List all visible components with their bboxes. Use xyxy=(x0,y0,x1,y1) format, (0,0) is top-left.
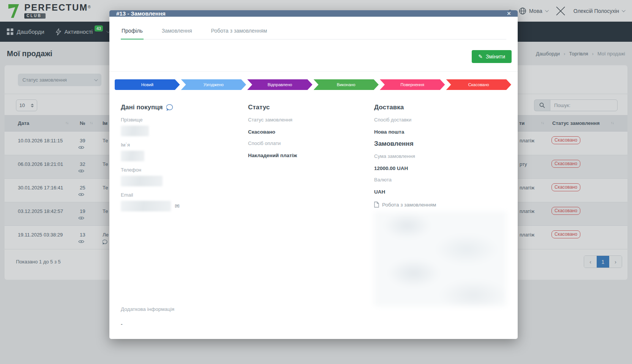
pipeline-step-done[interactable]: Виконано xyxy=(314,79,379,90)
pencil-icon: ✎ xyxy=(478,54,483,60)
value-delivery-method: Нова пошта xyxy=(374,129,506,135)
label-email: Email xyxy=(121,192,248,198)
extra-info-value: - xyxy=(121,321,506,327)
label-order-status: Статус замовлення xyxy=(248,117,374,123)
label-firstname: Ім`я xyxy=(121,142,248,148)
edit-button-label: Змінити xyxy=(486,54,505,60)
pipeline-step-agreed[interactable]: Узгоджено xyxy=(181,79,246,90)
order-work-link-label: Робота з замовленням xyxy=(382,202,436,208)
label-phone: Телефон xyxy=(121,167,248,173)
pipeline-step-sent[interactable]: Відправлено xyxy=(247,79,313,90)
pipeline-step-new[interactable]: Новий xyxy=(115,79,180,90)
value-currency: UAH xyxy=(374,189,506,195)
redacted-firstname-value xyxy=(121,151,144,161)
label-lastname: Прізвище xyxy=(121,117,248,123)
order-modal: #13 - Замовлення × Профіль Замовлення Ро… xyxy=(109,10,518,339)
delivery-heading: Доставка xyxy=(374,104,404,111)
tab-order[interactable]: Замовлення xyxy=(161,24,193,39)
value-order-status: Скасовано xyxy=(248,129,374,135)
pipeline-step-cancelled[interactable]: Скасовано xyxy=(446,79,512,90)
delivery-order-section: Доставка Спосіб доставки Нова пошта Замо… xyxy=(374,101,506,306)
tab-order-work[interactable]: Робота з замовленням xyxy=(210,24,268,39)
redacted-order-details xyxy=(374,211,506,306)
extra-info-label: Додаткова інформація xyxy=(121,306,506,312)
redacted-lastname-value xyxy=(121,126,149,136)
redacted-phone-value xyxy=(121,176,163,186)
chat-icon[interactable] xyxy=(166,104,173,111)
order-heading: Замовлення xyxy=(374,140,414,148)
label-delivery-method: Спосіб доставки xyxy=(374,117,506,123)
envelope-icon[interactable]: ✉ xyxy=(175,203,180,210)
close-icon[interactable]: × xyxy=(507,10,511,17)
order-work-link[interactable]: Робота з замовленням xyxy=(374,202,506,208)
modal-header: #13 - Замовлення × xyxy=(109,10,518,17)
extra-info-section: Додаткова інформація - xyxy=(109,306,518,340)
modal-tabs: Профіль Замовлення Робота з замовленням xyxy=(121,24,506,39)
pipeline-step-return[interactable]: Повернення xyxy=(380,79,445,90)
status-section: Статус Статус замовлення Скасовано Спосі… xyxy=(248,101,374,306)
modal-title: #13 - Замовлення xyxy=(116,10,166,17)
value-payment-method: Накладений платіж xyxy=(248,153,374,158)
label-order-sum: Сума замовлення xyxy=(374,153,506,159)
redacted-email-value xyxy=(121,201,171,211)
label-payment-method: Спосіб оплати xyxy=(248,140,374,146)
label-currency: Валюта xyxy=(374,177,506,183)
tab-profile[interactable]: Профіль xyxy=(121,24,144,39)
buyer-section: Дані покупця Прізвище Ім`я Телефон Email… xyxy=(121,101,248,306)
status-heading: Статус xyxy=(248,104,270,111)
value-order-sum: 12000.00 UAH xyxy=(374,165,506,171)
document-icon xyxy=(374,202,379,208)
order-status-pipeline: Новий Узгоджено Відправлено Виконано Пов… xyxy=(109,72,518,98)
buyer-heading: Дані покупця xyxy=(121,104,163,111)
edit-button[interactable]: ✎ Змінити xyxy=(472,50,512,63)
